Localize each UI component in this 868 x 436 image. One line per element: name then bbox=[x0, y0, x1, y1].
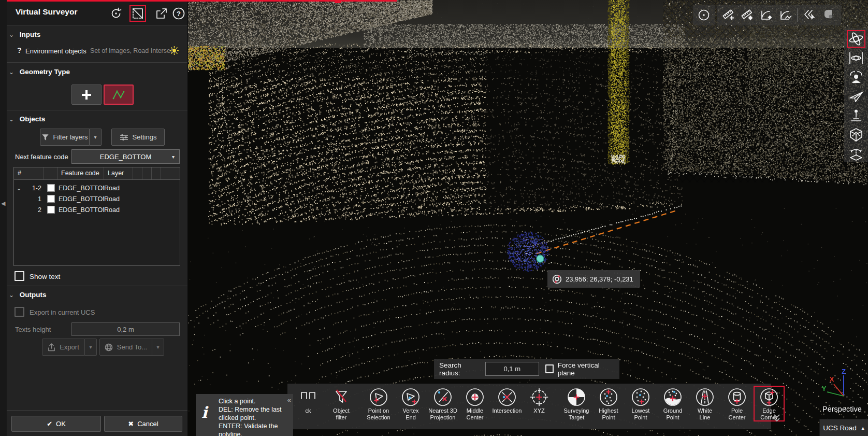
orbit-tool-button[interactable] bbox=[848, 31, 864, 47]
snap-xyz[interactable]: XYZ bbox=[524, 386, 555, 415]
settings-button[interactable]: Settings bbox=[111, 129, 165, 146]
reset-icon bbox=[109, 7, 123, 20]
section-geometry-type-label: Geometry Type bbox=[20, 68, 70, 76]
snap-label: Lowest Point bbox=[632, 407, 650, 420]
snap-intersection[interactable]: Intersection bbox=[491, 386, 523, 415]
filter-layers-button[interactable]: Filter layers bbox=[40, 129, 90, 146]
export-ucs-checkbox[interactable] bbox=[15, 307, 24, 317]
color-swatch[interactable] bbox=[47, 206, 55, 214]
row-feature-code: EDGE_BOTTOM bbox=[57, 206, 104, 214]
previous-measurements-icon[interactable] bbox=[803, 8, 817, 22]
search-radius-input[interactable]: 0,1 m bbox=[485, 362, 539, 376]
section-inputs[interactable]: ⌄ Inputs bbox=[9, 31, 40, 38]
axis-gizmo[interactable]: Z X Y bbox=[820, 369, 857, 405]
snap-label: ck bbox=[306, 407, 311, 414]
open-external-button[interactable] bbox=[154, 6, 168, 21]
filter-layers-dropdown[interactable]: ▾ bbox=[90, 129, 102, 146]
ucs-label: UCS Road bbox=[823, 424, 857, 432]
cancel-button[interactable]: ✖ Cancel bbox=[104, 416, 182, 432]
table-row[interactable]: 2 EDGE_BOTTOM Road bbox=[14, 204, 180, 215]
add-profile-measure-icon[interactable] bbox=[779, 8, 793, 22]
add-area-measure-icon[interactable] bbox=[741, 8, 755, 22]
edge-corner-icon bbox=[759, 387, 779, 407]
col-spare bbox=[133, 167, 142, 179]
add-geometry-button[interactable] bbox=[71, 85, 102, 105]
snap-label-line1: Lowest bbox=[632, 407, 650, 414]
reset-button[interactable] bbox=[109, 6, 123, 21]
measure-toolbar bbox=[717, 5, 841, 25]
recording-border-notch bbox=[335, 0, 341, 3]
table-row[interactable]: 1 EDGE_BOTTOM Road bbox=[14, 193, 180, 204]
texts-height-input[interactable]: 0,2 m bbox=[71, 322, 180, 336]
ok-button[interactable]: ✔ OK bbox=[11, 416, 101, 432]
help-button[interactable]: ? bbox=[171, 6, 186, 21]
pick-point-mode-button[interactable] bbox=[693, 5, 715, 25]
snap-label-line2: filter bbox=[333, 414, 350, 421]
look-around-tool-button[interactable] bbox=[848, 69, 864, 85]
fly-tool-button[interactable] bbox=[848, 89, 864, 104]
section-outputs[interactable]: ⌄ Outputs bbox=[9, 291, 47, 299]
section-inputs-label: Inputs bbox=[20, 31, 41, 38]
add-distance-measure-icon[interactable] bbox=[722, 8, 736, 22]
row-layer: Road bbox=[104, 185, 133, 192]
snap-point-on-selection[interactable]: Point on Selection bbox=[363, 386, 394, 421]
unknown-object-icon: ? bbox=[17, 46, 22, 54]
section-geometry-type[interactable]: ⌄ Geometry Type bbox=[9, 68, 70, 76]
send-to-button[interactable]: Send To... bbox=[99, 339, 152, 356]
export-dropdown[interactable]: ▾ bbox=[85, 339, 97, 356]
row-expand-chevron-icon[interactable]: ⌄ bbox=[17, 185, 21, 192]
table-row[interactable]: ⌄ 1-2 EDGE_BOTTOM Road bbox=[14, 182, 180, 193]
white-line-icon bbox=[695, 387, 715, 407]
snap-lowest-point[interactable]: Lowest Point bbox=[625, 386, 656, 421]
coordinates-value: 23,956; 26,379; -0,231 bbox=[566, 275, 633, 283]
next-feature-code-dropdown[interactable]: EDGE_BOTTOM ▾ bbox=[71, 149, 180, 164]
snap-coordinates-tooltip: 23,956; 26,379; -0,231 bbox=[547, 270, 640, 288]
environment-objects-value: Set of images, Road Intersect bbox=[90, 47, 176, 54]
snap-highest-point[interactable]: Highest Point bbox=[593, 386, 624, 421]
turntable-tool-button[interactable] bbox=[848, 146, 864, 162]
show-text-checkbox[interactable] bbox=[15, 271, 24, 281]
constrained-orbit-tool-button[interactable] bbox=[848, 50, 864, 66]
draw-section-button[interactable] bbox=[131, 6, 145, 21]
section-objects[interactable]: ⌄ Objects bbox=[9, 115, 45, 123]
check-icon: ✔ bbox=[47, 420, 52, 428]
snap-partial-button[interactable]: ck bbox=[297, 386, 320, 415]
color-swatch[interactable] bbox=[47, 195, 55, 203]
snap-label: Intersection bbox=[493, 407, 522, 414]
snap-ground-point[interactable]: Ground Point bbox=[657, 386, 688, 421]
ucs-selector-button[interactable]: UCS Road ▲ bbox=[819, 419, 868, 436]
stored-measurements-icon[interactable] bbox=[822, 8, 836, 22]
row-layer: Road bbox=[104, 195, 133, 203]
snap-surveying-target[interactable]: Surveying Target bbox=[561, 386, 592, 421]
snap-middle-center[interactable]: Middle Center bbox=[459, 386, 490, 421]
snap-label: Point on Selection bbox=[367, 407, 390, 420]
pedestrian-tool-button[interactable] bbox=[848, 108, 864, 123]
snap-label: White Line bbox=[698, 407, 712, 420]
panel-collapse-arrow-icon[interactable]: ◀ bbox=[1, 200, 5, 207]
force-vertical-plane-checkbox[interactable] bbox=[545, 364, 554, 373]
cross-icon: ✖ bbox=[128, 420, 134, 428]
add-angle-measure-icon[interactable] bbox=[760, 8, 774, 22]
send-to-dropdown[interactable]: ▾ bbox=[152, 339, 164, 356]
visibility-sun-icon[interactable] bbox=[169, 46, 179, 57]
snap-label-line1: Nearest 3D bbox=[428, 407, 457, 414]
snap-label: Vertex End bbox=[402, 407, 418, 420]
color-swatch[interactable] bbox=[47, 184, 55, 192]
row-layer: Road bbox=[104, 206, 133, 214]
row-number: 1 bbox=[38, 195, 41, 203]
snap-toolbar-expand-button[interactable] bbox=[772, 413, 782, 425]
polyline-geometry-button[interactable] bbox=[104, 85, 134, 105]
panel-header: Virtual Surveyor bbox=[7, 0, 187, 25]
view-cube-tool-button[interactable] bbox=[848, 127, 864, 143]
snap-vertex-end[interactable]: Vertex End bbox=[395, 386, 426, 421]
snap-white-line[interactable]: White Line bbox=[689, 386, 720, 421]
snap-label-line2: Point bbox=[632, 414, 650, 421]
snap-label-line2: Point bbox=[663, 414, 683, 421]
snap-pole-center[interactable]: Pole Center bbox=[721, 386, 753, 421]
snap-object-filter[interactable]: Object filter bbox=[326, 386, 357, 421]
collapse-hint-button[interactable]: « bbox=[287, 396, 291, 404]
snap-nearest-3d-projection[interactable]: Nearest 3D Projection bbox=[427, 386, 458, 421]
draw-section-icon bbox=[132, 7, 144, 20]
view-cube-icon bbox=[848, 128, 864, 142]
export-button[interactable]: Export bbox=[42, 339, 85, 356]
